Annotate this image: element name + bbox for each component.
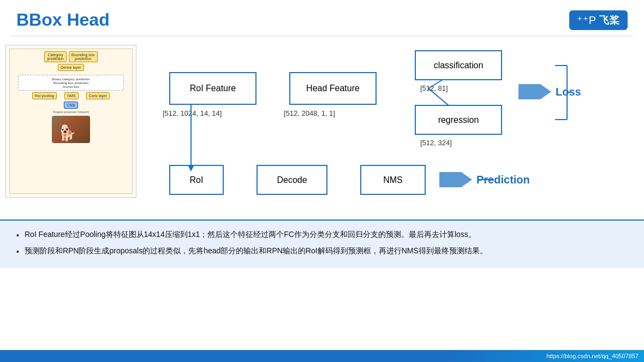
bottom-url: https://blog.csdn.net/qq_40507857 (546, 353, 639, 359)
text-section: • RoI Feature经过Pooling将特征图从14x14压缩到1x1；然… (0, 219, 644, 268)
loss-arrow-group: Loss (518, 84, 581, 99)
box-roi: RoI (169, 165, 224, 195)
diagram-section: Categoryprediction Bounding boxpredictio… (0, 39, 644, 219)
mini-box-binary: Binary category prediction Bounding box … (18, 75, 124, 91)
box-classification: classification (415, 50, 502, 80)
box-nms: NMS (360, 165, 426, 195)
mini-diagram: Categoryprediction Bounding boxpredictio… (9, 49, 133, 194)
dim-regression: [512, 324] (420, 139, 452, 147)
box-decode: Decode (257, 165, 327, 195)
mini-box-nms-mini: NMS (64, 92, 79, 99)
bullet-text-1: RoI Feature经过Pooling将特征图从14x14压缩到1x1；然后这… (25, 228, 476, 241)
logo-area: ⁺⁺P 飞桨 (569, 10, 628, 30)
loss-label: Loss (556, 86, 581, 98)
bullet-item-1: • RoI Feature经过Pooling将特征图从14x14压缩到1x1；然… (16, 228, 628, 241)
bullet-item-2: • 预测阶段和RPN阶段生成proposals的过程类似，先将head部分的输出… (16, 245, 628, 258)
mini-box-conv: Conv layer (86, 92, 110, 99)
mini-dog (52, 116, 90, 143)
mini-label-rpn: Region proposal network (12, 110, 130, 114)
prediction-label: Prediction (476, 174, 530, 186)
logo-icon: ⁺⁺P (577, 14, 596, 27)
bullet-text-2: 预测阶段和RPN阶段生成proposals的过程类似，先将head部分的输出和R… (25, 245, 487, 258)
prediction-arrow-group: Prediction (439, 172, 530, 187)
bullet-dot-2: • (16, 246, 19, 258)
left-image: Categoryprediction Bounding boxpredictio… (5, 45, 136, 198)
box-regression: regression (415, 105, 502, 135)
header: BBox Head ⁺⁺P 飞桨 (0, 0, 644, 35)
dim-roi-feature: [512, 1024, 14, 14] (163, 109, 222, 117)
logo-box: ⁺⁺P 飞桨 (569, 10, 628, 30)
page-title: BBox Head (16, 10, 110, 30)
bullet-dot-1: • (16, 229, 19, 241)
mini-box-bbox: Bounding boxprediction (69, 51, 98, 62)
logo-text: 飞桨 (599, 14, 620, 27)
dim-head-feature: [512, 2048, 1, 1] (284, 109, 335, 117)
box-head-feature: Head Feature (289, 72, 377, 105)
mini-box-roi-pool: RoI pooling (32, 92, 57, 99)
bottom-bar: https://blog.csdn.net/qq_40507857 (0, 350, 644, 362)
mini-box-dense: Dense layer (58, 64, 84, 71)
right-diagram: RoI Feature Head Feature classification … (136, 45, 633, 209)
mini-box-cnn: CNN (64, 102, 77, 109)
dim-classification: [512, 81] (420, 84, 448, 92)
header-divider (11, 35, 633, 37)
box-roi-feature: RoI Feature (169, 72, 257, 105)
mini-box-category: Categoryprediction (44, 51, 66, 62)
